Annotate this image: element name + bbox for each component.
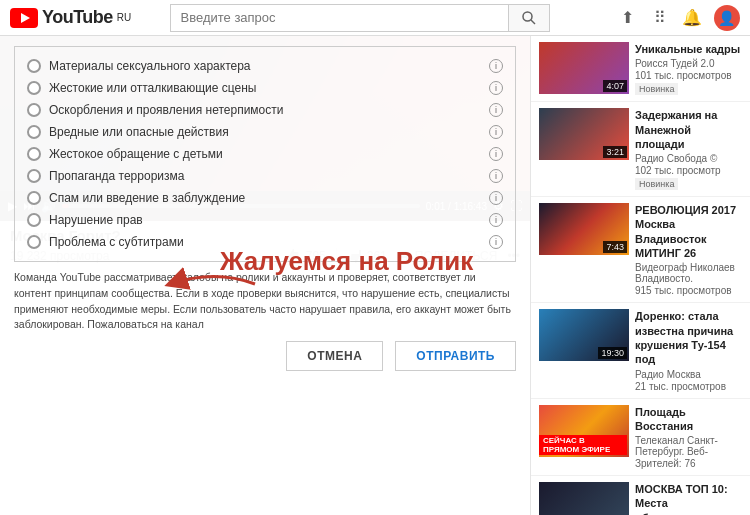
sidebar-video-info: Задержания на Манежной площади Радио Сво… bbox=[635, 108, 742, 190]
video-thumbnail: 5:56 bbox=[539, 482, 629, 515]
sidebar-video-title: РЕВОЛЮЦИЯ 2017 Москва Владивосток МИТИНГ… bbox=[635, 203, 742, 260]
radio-button[interactable] bbox=[27, 235, 41, 249]
sidebar-video-item[interactable]: 3:21 Задержания на Манежной площади Ради… bbox=[531, 102, 750, 197]
video-duration: 7:43 bbox=[603, 241, 627, 253]
report-item-label: Материалы сексуального характера bbox=[49, 59, 251, 73]
grid-icon[interactable]: ⠿ bbox=[650, 8, 670, 28]
info-icon[interactable]: i bbox=[489, 81, 503, 95]
report-item[interactable]: Проблема с субтитрами i bbox=[27, 231, 503, 253]
report-item[interactable]: Спам или введение в заблуждение i bbox=[27, 187, 503, 209]
sidebar-channel-name: Видеограф Николаев Владивосто. bbox=[635, 262, 742, 284]
sidebar-channel-name: Радио Москва bbox=[635, 369, 742, 380]
info-icon[interactable]: i bbox=[489, 213, 503, 227]
sidebar-view-count: 102 тыс. просмотр bbox=[635, 165, 742, 176]
info-icon[interactable]: i bbox=[489, 147, 503, 161]
radio-button[interactable] bbox=[27, 169, 41, 183]
search-button[interactable] bbox=[508, 4, 550, 32]
sidebar-video-info: Уникальные кадры Роисся Тудей 2.0 101 ты… bbox=[635, 42, 742, 95]
info-icon[interactable]: i bbox=[489, 169, 503, 183]
report-item[interactable]: Жестокие или отталкивающие сцены i bbox=[27, 77, 503, 99]
report-overlay: Материалы сексуального характера i Жесто… bbox=[0, 36, 530, 515]
header-icons: ⬆ ⠿ 🔔 👤 bbox=[618, 5, 740, 31]
radio-button[interactable] bbox=[27, 59, 41, 73]
sidebar-video-item[interactable]: СЕЙЧАС В ПРЯМОМ ЭФИРЕ Площадь Восстания … bbox=[531, 399, 750, 477]
video-duration: 3:21 bbox=[603, 146, 627, 158]
report-item-label: Жестокое обращение с детьми bbox=[49, 147, 223, 161]
content-area: ▶ ⏭ 🔊 0:01 / 1:16:43 ⚙ ⛶ Москва Горит? 1… bbox=[0, 36, 530, 515]
avatar[interactable]: 👤 bbox=[714, 5, 740, 31]
main: ▶ ⏭ 🔊 0:01 / 1:16:43 ⚙ ⛶ Москва Горит? 1… bbox=[0, 36, 750, 515]
submit-button[interactable]: ОТПРАВИТЬ bbox=[395, 341, 516, 371]
report-item-label: Проблема с субтитрами bbox=[49, 235, 184, 249]
search-area bbox=[170, 4, 550, 32]
report-item[interactable]: Материалы сексуального характера i bbox=[27, 55, 503, 77]
sidebar-video-info: Площадь Восстания Телеканал Санкт-Петерб… bbox=[635, 405, 742, 470]
search-icon bbox=[521, 10, 537, 26]
logo-ru: RU bbox=[117, 12, 131, 23]
video-thumbnail: 3:21 bbox=[539, 108, 629, 160]
radio-button[interactable] bbox=[27, 147, 41, 161]
info-icon[interactable]: i bbox=[489, 125, 503, 139]
report-item[interactable]: Вредные или опасные действия i bbox=[27, 121, 503, 143]
sidebar-video-title: Задержания на Манежной площади bbox=[635, 108, 742, 151]
report-item[interactable]: Нарушение прав i bbox=[27, 209, 503, 231]
report-description: Команда YouTube рассматривает жалобы на … bbox=[14, 270, 516, 333]
bell-icon[interactable]: 🔔 bbox=[682, 8, 702, 28]
report-item-label: Пропаганда терроризма bbox=[49, 169, 184, 183]
sidebar-video-title: Площадь Восстания bbox=[635, 405, 742, 434]
report-item[interactable]: Жестокое обращение с детьми i bbox=[27, 143, 503, 165]
youtube-logo-icon bbox=[10, 8, 38, 28]
info-icon[interactable]: i bbox=[489, 103, 503, 117]
sidebar-video-item[interactable]: 4:07 Уникальные кадры Роисся Тудей 2.0 1… bbox=[531, 36, 750, 102]
report-item-label: Жестокие или отталкивающие сцены bbox=[49, 81, 256, 95]
sidebar-channel-name: Роисся Тудей 2.0 bbox=[635, 58, 742, 69]
header: YouTubeRU ⬆ ⠿ 🔔 👤 bbox=[0, 0, 750, 36]
logo-text: YouTube bbox=[42, 7, 113, 28]
sidebar-video-info: РЕВОЛЮЦИЯ 2017 Москва Владивосток МИТИНГ… bbox=[635, 203, 742, 296]
report-items-container: Материалы сексуального характера i Жесто… bbox=[27, 55, 503, 253]
video-duration: 4:07 bbox=[603, 80, 627, 92]
sidebar-video-title: МОСКВА ТОП 10: Места обязательные к посе… bbox=[635, 482, 742, 515]
report-options-box: Материалы сексуального характера i Жесто… bbox=[14, 46, 516, 262]
new-badge: Новинка bbox=[635, 178, 678, 190]
search-input[interactable] bbox=[170, 4, 508, 32]
sidebar: 4:07 Уникальные кадры Роисся Тудей 2.0 1… bbox=[530, 36, 750, 515]
logo-area[interactable]: YouTubeRU bbox=[10, 7, 131, 28]
report-item-label: Нарушение прав bbox=[49, 213, 143, 227]
sidebar-video-item[interactable]: 19:30 Доренко: стала известна причина кр… bbox=[531, 303, 750, 398]
video-thumbnail: 7:43 bbox=[539, 203, 629, 255]
sidebar-video-title: Доренко: стала известна причина крушения… bbox=[635, 309, 742, 366]
sidebar-view-count: 915 тыс. просмотров bbox=[635, 285, 742, 296]
cancel-button[interactable]: ОТМЕНА bbox=[286, 341, 383, 371]
new-badge: Новинка bbox=[635, 83, 678, 95]
sidebar-video-info: Доренко: стала известна причина крушения… bbox=[635, 309, 742, 391]
sidebar-channel-name: Радио Свобода © bbox=[635, 153, 742, 164]
sidebar-channel-name: Телеканал Санкт-Петербург. Веб- bbox=[635, 435, 742, 457]
report-item[interactable]: Пропаганда терроризма i bbox=[27, 165, 503, 187]
video-duration: 19:30 bbox=[598, 347, 627, 359]
sidebar-video-item[interactable]: 5:56 МОСКВА ТОП 10: Места обязательные к… bbox=[531, 476, 750, 515]
video-thumbnail: СЕЙЧАС В ПРЯМОМ ЭФИРЕ bbox=[539, 405, 629, 457]
radio-button[interactable] bbox=[27, 125, 41, 139]
sidebar-video-info: МОСКВА ТОП 10: Места обязательные к посе… bbox=[635, 482, 742, 515]
report-item-label: Оскорбления и проявления нетерпимости bbox=[49, 103, 284, 117]
radio-button[interactable] bbox=[27, 103, 41, 117]
sidebar-video-title: Уникальные кадры bbox=[635, 42, 742, 56]
report-item-label: Спам или введение в заблуждение bbox=[49, 191, 245, 205]
info-icon[interactable]: i bbox=[489, 59, 503, 73]
svg-line-3 bbox=[531, 20, 535, 24]
radio-button[interactable] bbox=[27, 213, 41, 227]
sidebar-view-count: Зрителей: 76 bbox=[635, 458, 742, 469]
radio-button[interactable] bbox=[27, 191, 41, 205]
info-icon[interactable]: i bbox=[489, 191, 503, 205]
radio-button[interactable] bbox=[27, 81, 41, 95]
live-badge: СЕЙЧАС В ПРЯМОМ ЭФИРЕ bbox=[539, 435, 627, 455]
report-item[interactable]: Оскорбления и проявления нетерпимости i bbox=[27, 99, 503, 121]
info-icon[interactable]: i bbox=[489, 235, 503, 249]
svg-point-2 bbox=[523, 12, 532, 21]
sidebar-video-item[interactable]: 7:43 РЕВОЛЮЦИЯ 2017 Москва Владивосток М… bbox=[531, 197, 750, 303]
video-thumbnail: 4:07 bbox=[539, 42, 629, 94]
report-footer: ОТМЕНА ОТПРАВИТЬ bbox=[14, 341, 516, 371]
report-item-label: Вредные или опасные действия bbox=[49, 125, 229, 139]
upload-icon[interactable]: ⬆ bbox=[618, 8, 638, 28]
